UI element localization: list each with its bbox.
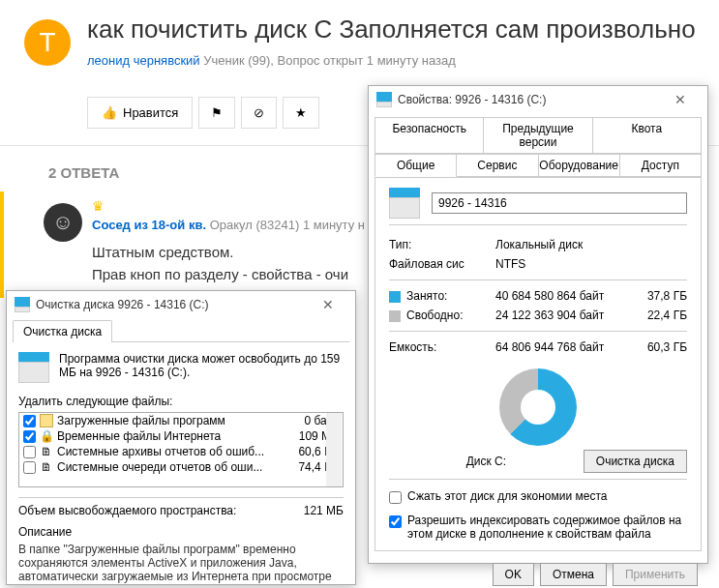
tab-previous-versions[interactable]: Предыдущие версии [483,117,592,154]
file-icon: 🗎 [40,460,53,474]
free-bytes: 24 122 363 904 байт [495,309,621,322]
file-name: Временные файлы Интернета [57,429,277,443]
asker-avatar[interactable]: Т [24,19,71,66]
scrollbar[interactable] [326,413,342,486]
answer-line-1: Штатным средством. [92,242,348,264]
flag-button[interactable]: ⚑ [198,97,235,129]
free-swatch [389,310,401,322]
block-icon: ⊘ [254,105,264,120]
answerer-avatar[interactable]: ☺ [44,203,82,242]
free-gb: 22,4 ГБ [621,309,687,322]
index-checkbox[interactable] [389,515,402,528]
file-checkbox[interactable] [23,430,36,443]
like-label: Нравится [123,105,178,120]
answer-body: Штатным средством. Прав кноп по разделу … [92,242,348,285]
tab-general[interactable]: Общие [374,154,457,177]
type-label: Тип: [389,238,495,251]
props-title-text: Свойства: 9926 - 14316 (C:) [398,93,546,106]
compress-label: Сжать этот диск для экономии места [407,489,607,503]
thumbs-up-icon: 👍 [102,105,117,120]
block-button[interactable]: ⊘ [241,97,277,129]
compress-option[interactable]: Сжать этот диск для экономии места [389,489,687,504]
index-option[interactable]: Разрешить индексировать содержимое файло… [389,514,687,541]
used-swatch [389,291,401,303]
star-button[interactable]: ★ [283,97,319,129]
asker-rank: Ученик (99), Вопрос открыт 1 минуту наза… [203,53,456,68]
cleanup-titlebar[interactable]: Очистка диска 9926 - 14316 (C:) ✕ [7,291,355,318]
free-label: Свободно: [406,309,464,322]
used-gb: 37,8 ГБ [621,289,687,303]
props-titlebar[interactable]: Свойства: 9926 - 14316 (C:) ✕ [369,86,707,113]
description-header: Описание [18,525,344,539]
capacity-gb: 60,3 ГБ [621,340,687,354]
used-label: Занято: [406,289,447,303]
like-button[interactable]: 👍 Нравится [87,97,193,129]
question-toolbar: 👍 Нравится ⚑ ⊘ ★ [87,97,319,129]
disk-icon [376,92,392,107]
fs-label: Файловая сис [389,257,495,271]
description-text: В папке "Загруженные файлы программ" вре… [18,543,344,583]
file-checkbox[interactable] [23,461,36,474]
tab-cleanup[interactable]: Очистка диска [13,320,112,342]
close-icon[interactable]: ✕ [309,297,347,312]
star-icon: ★ [295,105,307,120]
ok-button[interactable]: OK [493,563,534,586]
file-name: Загруженные файлы программ [57,414,277,427]
answerer-meta: Сосед из 18-ой кв. Оракул (83241) 1 мину… [92,218,365,232]
file-checkbox[interactable] [23,415,36,427]
file-checkbox[interactable] [23,446,36,458]
disk-icon [15,297,30,312]
type-value: Локальный диск [495,238,583,251]
disk-icon [18,352,49,383]
disk-label: Диск C: [389,455,584,468]
capacity-bytes: 64 806 944 768 байт [495,340,621,354]
disk-cleanup-dialog: Очистка диска 9926 - 14316 (C:) ✕ Очистк… [6,290,356,585]
answers-header: 2 ОТВЕТА [48,164,119,181]
cleanup-title-text: Очистка диска 9926 - 14316 (C:) [36,298,209,311]
tab-hardware[interactable]: Оборудование [538,154,620,177]
crown-icon: ♛ [92,198,105,214]
answerer-link[interactable]: Сосед из 18-ой кв. [92,218,206,232]
tab-quota[interactable]: Квота [592,117,702,154]
file-icon: 🗎 [40,445,53,458]
tab-tools[interactable]: Сервис [456,154,538,177]
used-bytes: 40 684 580 864 байт [495,289,621,303]
props-tabs: Безопасность Предыдущие версии Квота Общ… [374,117,702,177]
file-list-label: Удалить следующие файлы: [18,395,344,408]
index-label: Разрешить индексировать содержимое файло… [407,514,687,541]
answer-line-2: Прав кноп по разделу - свойства - очи [92,264,348,286]
total-value: 121 МБ [304,504,344,517]
disk-cleanup-button[interactable]: Очистка диска [584,450,687,473]
total-label: Объем высвобождаемого пространства: [18,504,236,517]
apply-button[interactable]: Применить [613,563,698,586]
file-row[interactable]: 🗎 Системные очереди отчетов об оши... 74… [19,459,343,475]
cancel-button[interactable]: Отмена [540,563,607,586]
file-list[interactable]: Загруженные файлы программ 0 байт 🔒 Врем… [18,412,344,487]
file-row[interactable]: Загруженные файлы программ 0 байт [19,413,343,428]
answer-highlight [0,191,4,298]
file-name: Системные очереди отчетов об оши... [57,460,277,474]
flag-icon: ⚑ [211,105,223,120]
tab-security[interactable]: Безопасность [374,117,484,154]
disk-icon [389,188,420,219]
compress-checkbox[interactable] [389,491,402,504]
question-title: как почистить диск С Заполняется сам про… [87,15,696,44]
file-row[interactable]: 🗎 Системные архивы отчетов об ошиб... 60… [19,444,343,459]
folder-icon [40,414,53,427]
fs-value: NTFS [495,257,525,271]
cleanup-intro: Программа очистки диска может освободить… [59,352,344,379]
drive-properties-dialog: Свойства: 9926 - 14316 (C:) ✕ Безопаснос… [368,85,708,564]
close-icon[interactable]: ✕ [661,92,700,107]
volume-name-input[interactable] [432,192,687,214]
answerer-rank: Оракул (83241) [210,218,300,232]
usage-donut-chart [499,368,577,446]
file-name: Системные архивы отчетов об ошиб... [57,445,277,458]
file-row[interactable]: 🔒 Временные файлы Интернета 109 МБ [19,428,343,444]
capacity-label: Емкость: [389,340,495,354]
lock-icon: 🔒 [40,429,53,443]
answer-time: 1 минуту н [303,218,365,232]
question-meta: леонид чернявский Ученик (99), Вопрос от… [87,53,456,68]
cleanup-tabs: Очистка диска [13,320,349,342]
tab-sharing[interactable]: Доступ [619,154,702,177]
asker-link[interactable]: леонид чернявский [87,53,200,68]
